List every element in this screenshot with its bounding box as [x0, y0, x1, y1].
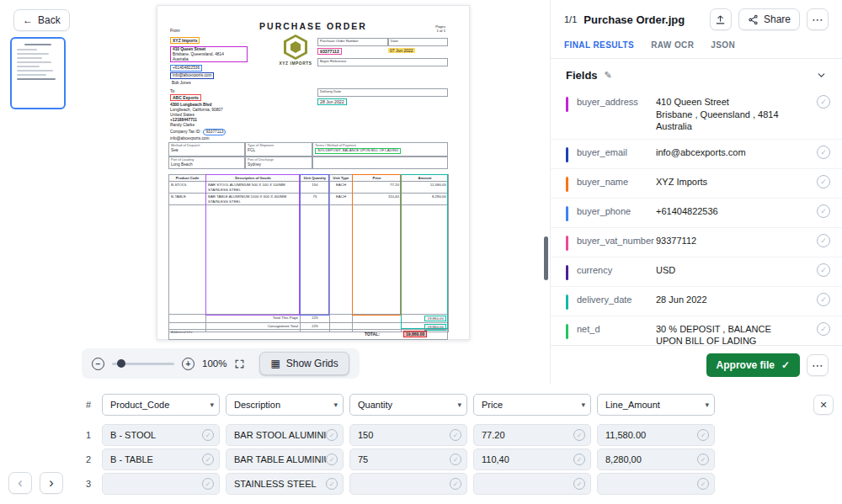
verify-check-icon[interactable]: ✓	[697, 478, 709, 490]
zoom-slider[interactable]	[112, 363, 174, 365]
highlight-delivery-date[interactable]: 28 Jun 2022	[317, 98, 347, 105]
field-value: USD	[656, 263, 817, 277]
line-column-select[interactable]: Line_Amount ▾	[597, 394, 715, 416]
po-dispatch-cell: Method of Dispatch Sea	[168, 142, 245, 157]
verify-check-icon[interactable]: ✓	[202, 429, 214, 441]
results-tabs: FINAL RESULTS RAW OCR JSON	[551, 37, 842, 59]
zoom-out-icon[interactable]: −	[92, 358, 104, 370]
line-cell-product-code[interactable]: B - TABLE ✓	[102, 448, 220, 470]
field-row[interactable]: buyer_name XYZ Imports ✓	[551, 169, 842, 199]
verify-check-icon[interactable]: ✓	[817, 175, 830, 188]
field-row[interactable]: buyer_phone +61404822536 ✓	[551, 199, 842, 228]
verify-check-icon[interactable]: ✓	[817, 293, 830, 306]
line-cell-price[interactable]: ✓	[473, 473, 591, 495]
line-cell-quantity[interactable]: 75 ✓	[349, 448, 467, 470]
verify-check-icon[interactable]: ✓	[817, 322, 830, 336]
back-button[interactable]: ← Back	[13, 9, 70, 31]
highlight-seller-name[interactable]: ABC Exports	[170, 94, 201, 101]
field-color-bar	[566, 147, 568, 162]
field-color-bar	[566, 324, 568, 339]
field-row[interactable]: buyer_vat_number 93377112 ✓	[551, 228, 842, 257]
field-row[interactable]: buyer_address 410 Queen Street Brisbane …	[551, 89, 842, 140]
share-button[interactable]: Share	[738, 8, 800, 30]
verify-check-icon[interactable]: ✓	[697, 429, 709, 441]
line-cell-description[interactable]: STAINLESS STEEL ✓	[226, 473, 344, 495]
highlight-grand-total[interactable]: 19,860,00	[403, 331, 427, 337]
po-item-row: B-TABLE BAR TABLE ALUMINIUM 1000 X 600 X…	[169, 194, 449, 205]
highlight-po-date[interactable]: 07 Jun 2022	[388, 48, 415, 53]
field-row[interactable]: buyer_email info@abcexports.com ✓	[551, 140, 842, 169]
line-cell-description[interactable]: BAR STOOL ALUMINIUM ✓	[226, 424, 344, 446]
back-arrow-icon: ←	[23, 14, 33, 26]
fullscreen-icon[interactable]	[234, 358, 245, 369]
line-cell-price[interactable]: 110,40 ✓	[473, 448, 591, 470]
po-pages: Pages 1 of 1	[435, 24, 445, 33]
verify-check-icon[interactable]: ✓	[573, 429, 585, 441]
line-cell-line-amount[interactable]: ✓	[597, 473, 715, 495]
line-cell-product-code[interactable]: B - STOOL ✓	[102, 424, 220, 446]
zoom-slider-knob[interactable]	[117, 359, 125, 368]
line-cell-quantity[interactable]: 150 ✓	[349, 424, 467, 446]
next-page-button[interactable]: ›	[40, 472, 63, 494]
highlight-po-number[interactable]: 93377112	[317, 48, 342, 55]
line-cell-description[interactable]: BAR TABLE ALUMINIUM ✓	[226, 448, 344, 470]
verify-check-icon[interactable]: ✓	[817, 204, 830, 218]
collapse-fields-icon[interactable]	[816, 70, 827, 81]
page-thumbnail[interactable]	[10, 37, 66, 109]
tab-json[interactable]: JSON	[711, 40, 735, 50]
verify-check-icon[interactable]: ✓	[817, 95, 830, 109]
po-col-amount: Amount	[402, 175, 449, 182]
line-cell-line-amount[interactable]: 11,580.00 ✓	[597, 424, 715, 446]
verify-check-icon[interactable]: ✓	[817, 234, 830, 247]
verify-check-icon[interactable]: ✓	[573, 454, 585, 465]
field-row[interactable]: currency USD ✓	[551, 257, 842, 287]
line-cell-quantity[interactable]: ✓	[349, 473, 467, 495]
edit-fields-icon[interactable]: ✎	[605, 70, 612, 81]
highlight-buyer-address[interactable]: 410 Queen Street Brisbane, Queensland, 4…	[170, 46, 248, 62]
line-column-select[interactable]: Price ▾	[473, 394, 591, 416]
verify-check-icon[interactable]: ✓	[817, 146, 830, 159]
verify-check-icon[interactable]: ✓	[326, 454, 338, 465]
show-grids-button[interactable]: ▦ Show Grids	[259, 352, 349, 375]
line-cell-line-amount[interactable]: 8,280,00 ✓	[597, 448, 715, 470]
tab-raw-ocr[interactable]: RAW OCR	[651, 40, 694, 50]
verify-check-icon[interactable]: ✓	[326, 429, 338, 441]
line-cell-product-code[interactable]: ✓	[102, 473, 220, 495]
tab-final-results[interactable]: FINAL RESULTS	[564, 40, 634, 50]
po-date-label-cell: Date	[388, 38, 448, 46]
line-cell-price[interactable]: 77.20 ✓	[473, 424, 591, 446]
highlight-seller-tax-id[interactable]: 93377113	[203, 129, 226, 135]
po-item-unit: EACH	[330, 194, 353, 205]
field-name: currency	[577, 263, 656, 275]
verify-check-icon[interactable]: ✓	[450, 454, 461, 465]
verify-check-icon[interactable]: ✓	[450, 429, 461, 441]
verify-check-icon[interactable]: ✓	[202, 478, 214, 490]
highlight-buyer-name[interactable]: XYZ Imports	[170, 37, 200, 44]
approve-more-button[interactable]: ⋯	[807, 354, 829, 376]
document-page[interactable]: PURCHASE ORDER From Pages 1 of 1 XYZ Imp…	[157, 5, 470, 340]
verify-check-icon[interactable]: ✓	[697, 454, 709, 465]
zoom-in-icon[interactable]: +	[182, 358, 195, 370]
more-button[interactable]: ⋯	[807, 8, 829, 30]
approve-file-button[interactable]: Approve file ✓	[706, 353, 800, 377]
viewer-scrollbar[interactable]	[544, 236, 548, 280]
highlight-total-page-amount[interactable]: 19,860,00	[424, 316, 446, 321]
field-row[interactable]: delivery_date 28 Jun 2022 ✓	[551, 287, 842, 316]
prev-page-button[interactable]: ‹	[8, 472, 32, 494]
highlight-buyer-phone[interactable]: +61404822536	[170, 65, 202, 72]
highlight-terms[interactable]: 30% DEPOSIT, BALANCE UPON BILL OF LADING	[315, 148, 401, 154]
line-column-select[interactable]: Description ▾	[226, 394, 344, 416]
close-table-button[interactable]: ✕	[813, 395, 834, 415]
line-column-select[interactable]: Product_Code ▾	[102, 394, 220, 416]
verify-check-icon[interactable]: ✓	[202, 454, 214, 465]
highlight-buyer-email[interactable]: info@abcexports.com	[170, 72, 214, 79]
export-button[interactable]	[710, 8, 732, 30]
line-column-select[interactable]: Quantity ▾	[349, 394, 467, 416]
verify-check-icon[interactable]: ✓	[573, 478, 585, 490]
verify-check-icon[interactable]: ✓	[817, 263, 830, 277]
verify-check-icon[interactable]: ✓	[450, 478, 461, 490]
verify-check-icon[interactable]: ✓	[326, 478, 338, 490]
line-cell-value: BAR TABLE ALUMINIUM	[234, 454, 326, 464]
line-cell-value: 77.20	[482, 430, 573, 440]
file-name: Purchase Order.jpg	[584, 13, 703, 26]
